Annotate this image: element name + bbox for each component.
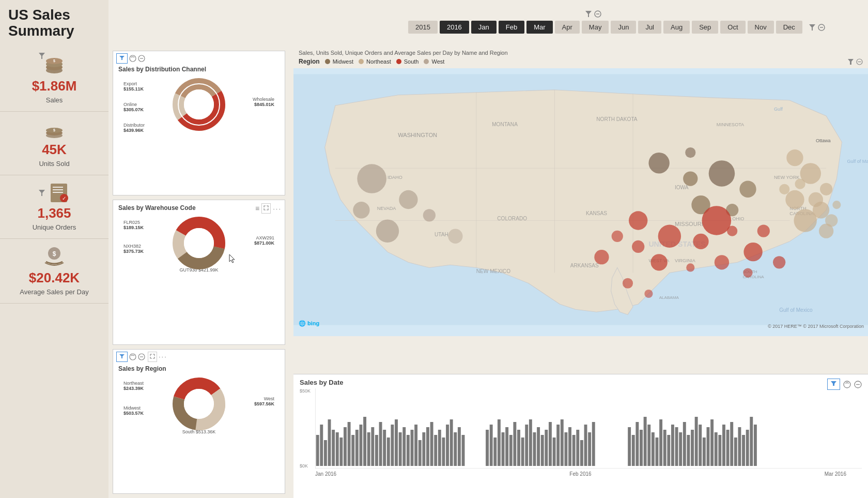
bottom-chart: Sales by Date $50K $0K: [293, 374, 868, 498]
month-nov-button[interactable]: Nov: [748, 21, 774, 34]
distribution-reset-btn[interactable]: [129, 55, 136, 62]
svg-rect-200: [640, 430, 643, 466]
month-oct-button[interactable]: Oct: [720, 21, 745, 34]
year-2016-button[interactable]: 2016: [440, 21, 469, 34]
region-chart-title: Sales by Region: [118, 365, 280, 372]
month-may-button[interactable]: May: [582, 21, 609, 34]
svg-rect-134: [328, 419, 331, 466]
svg-rect-14: [53, 192, 63, 193]
map-svg: WASHINGTON MONTANA NORTH DAKOTA MINNESOT…: [293, 68, 868, 331]
svg-rect-131: [316, 435, 319, 466]
svg-marker-5: [39, 53, 45, 59]
svg-point-87: [376, 219, 399, 242]
svg-text:$: $: [53, 128, 55, 132]
svg-point-85: [357, 164, 386, 193]
sales-value: $1.86M: [32, 78, 77, 94]
month-dec-button[interactable]: Dec: [776, 21, 802, 34]
svg-point-106: [623, 278, 633, 289]
svg-rect-223: [730, 422, 733, 466]
svg-rect-208: [671, 425, 674, 466]
svg-rect-170: [490, 425, 493, 466]
svg-point-93: [709, 160, 735, 187]
svg-rect-190: [568, 427, 571, 466]
svg-rect-177: [517, 430, 520, 466]
map-title: Sales, Units Sold, Unique Orders and Ave…: [299, 50, 863, 56]
right-filter-icon: [809, 24, 816, 31]
distribution-donut-svg: [171, 76, 227, 133]
svg-rect-228: [750, 417, 753, 466]
warehouse-menu-icon[interactable]: ≡: [255, 204, 259, 213]
svg-rect-196: [592, 422, 595, 466]
month-jan-button[interactable]: Jan: [471, 21, 497, 34]
filter-icon-orders: [38, 189, 45, 197]
svg-rect-148: [383, 430, 386, 466]
map-filter-icon: [847, 58, 854, 65]
svg-rect-156: [414, 425, 417, 466]
legend-midwest: Midwest: [325, 58, 353, 65]
month-jul-button[interactable]: Jul: [638, 21, 661, 34]
coins2-icon: $: [42, 119, 67, 140]
svg-point-111: [612, 231, 623, 242]
month-apr-button[interactable]: Apr: [555, 21, 580, 34]
svg-text:MISSOURI: MISSOURI: [675, 221, 703, 227]
month-mar-button[interactable]: Mar: [526, 21, 552, 34]
svg-rect-207: [667, 435, 670, 466]
svg-rect-168: [462, 435, 465, 466]
region-chart-card: ··· Sales by Region Northeast $243.39K M…: [113, 349, 285, 494]
svg-point-103: [650, 254, 667, 270]
svg-point-26: [130, 55, 136, 62]
svg-rect-165: [450, 419, 453, 466]
svg-rect-139: [348, 422, 351, 466]
distribution-filter-btn[interactable]: [116, 53, 128, 64]
svg-point-126: [819, 224, 833, 238]
month-feb-button[interactable]: Feb: [499, 21, 524, 34]
svg-point-114: [644, 290, 653, 298]
svg-point-92: [683, 171, 698, 186]
svg-rect-146: [375, 435, 378, 466]
bottom-clear-btn[interactable]: [854, 381, 862, 388]
region-more-icon[interactable]: ···: [159, 353, 167, 360]
svg-rect-174: [505, 427, 508, 466]
map-credit: © 2017 HERE™ © 2017 Microsoft Corporatio…: [768, 324, 864, 329]
orders-value: 1,365: [37, 205, 71, 221]
filter-row: 2015 2016 Jan Feb Mar Apr May Jun Jul Au…: [398, 0, 868, 44]
flr025-label: FLR025 $189.15K: [123, 220, 144, 230]
month-jun-button[interactable]: Jun: [611, 21, 636, 34]
charts-panel: Sales by Distribution Channel Export $15…: [109, 47, 289, 498]
west-label: West $597.56K: [254, 396, 274, 406]
svg-text:MONTANA: MONTANA: [492, 122, 518, 127]
region-expand-btn[interactable]: [148, 352, 157, 362]
svg-rect-151: [395, 419, 398, 466]
bottom-reset-btn[interactable]: [843, 381, 851, 388]
region-donut-svg: [171, 375, 227, 432]
warehouse-more-icon[interactable]: ···: [273, 205, 282, 213]
warehouse-donut-svg: [171, 215, 227, 271]
warehouse-expand-btn[interactable]: [261, 203, 271, 214]
svg-text:Gulf of Mexico: Gulf of Mexico: [779, 307, 813, 313]
month-sep-button[interactable]: Sep: [692, 21, 718, 34]
axis-label-mar: Mar 2016: [825, 471, 846, 477]
right-clear-icon: [818, 24, 825, 31]
svg-rect-160: [430, 422, 433, 466]
units-label: Units Sold: [39, 160, 69, 168]
map-clear-icon: [856, 58, 863, 65]
region-filter-btn[interactable]: [116, 352, 128, 362]
distribution-clear-btn[interactable]: [138, 55, 145, 62]
region-clear-btn[interactable]: [138, 353, 145, 360]
month-aug-button[interactable]: Aug: [663, 21, 690, 34]
svg-marker-22: [809, 24, 815, 31]
svg-marker-127: [831, 381, 836, 386]
svg-rect-202: [647, 425, 650, 466]
svg-point-98: [629, 211, 647, 230]
svg-rect-176: [513, 422, 516, 466]
svg-point-100: [693, 234, 708, 249]
svg-rect-217: [707, 427, 710, 466]
warehouse-chart-card: ≡ ··· Sales by Warehouse Code FLR025 $18…: [113, 200, 285, 344]
y-max-label: $50K: [300, 388, 311, 394]
svg-rect-215: [699, 425, 702, 466]
region-donut: Northeast $243.39K Midwest $503.57K: [118, 375, 280, 432]
svg-rect-189: [564, 432, 567, 466]
year-2015-button[interactable]: 2015: [408, 21, 438, 34]
svg-rect-186: [553, 437, 556, 466]
region-reset-btn[interactable]: [129, 353, 136, 360]
